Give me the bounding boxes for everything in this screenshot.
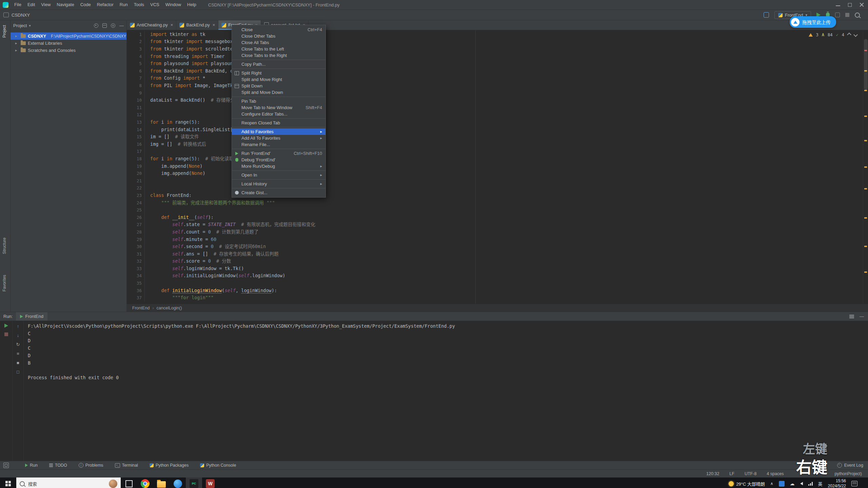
menu-item-close-all-tabs[interactable]: Close All Tabs	[232, 39, 326, 46]
scroll-to-end-icon[interactable]: ≡	[17, 351, 19, 356]
taskbar-clock[interactable]: 15:56 2024/5/22	[828, 479, 846, 488]
menu-file[interactable]: File	[11, 0, 24, 9]
avatar[interactable]	[109, 480, 117, 488]
update-project-icon[interactable]	[764, 12, 769, 18]
taskbar-app-wps[interactable]: W	[202, 477, 218, 488]
menu-item-close[interactable]: CloseCtrl+F4	[232, 26, 326, 33]
menu-item-rename-file[interactable]: Rename File...	[232, 141, 326, 148]
cloud-icon[interactable]: ☁	[790, 481, 795, 486]
menu-item-close-tabs-to-the-right[interactable]: Close Tabs to the Right	[232, 52, 326, 59]
breadcrumb-method[interactable]: cancelLogin()	[157, 306, 182, 310]
menu-item-create-gist[interactable]: Create Gist...	[232, 189, 326, 196]
menu-edit[interactable]: Edit	[24, 0, 38, 9]
tree-item-external-libraries[interactable]: ▸External Libraries	[11, 40, 126, 47]
hide-panel-icon[interactable]: —	[119, 23, 124, 28]
collapse-all-icon[interactable]	[102, 23, 107, 28]
menu-item-reopen-closed-tab[interactable]: Reopen Closed Tab	[232, 120, 326, 126]
menu-code[interactable]: Code	[77, 0, 94, 9]
tool-window-button-problems[interactable]: !Problems	[79, 463, 103, 468]
event-log-button[interactable]: Event Log	[837, 463, 863, 468]
down-stacktrace-icon[interactable]: ↓	[17, 333, 19, 338]
tray-app-icon[interactable]	[779, 481, 785, 487]
soft-wrap-icon[interactable]: ↻	[16, 342, 20, 347]
up-stacktrace-icon[interactable]: ↑	[17, 324, 19, 329]
status-segment-pythonproject[interactable]: pythonProject)	[834, 471, 862, 476]
tree-item-scratches-and-consoles[interactable]: ▸Scratches and Consoles	[11, 47, 126, 54]
menu-item-run-frontend[interactable]: Run 'FrontEnd'Ctrl+Shift+F10	[232, 150, 326, 157]
task-view-button[interactable]	[121, 477, 137, 488]
tool-window-button-run[interactable]: Run	[25, 463, 38, 468]
menu-item-move-tab-to-new-window[interactable]: Move Tab to New WindowShift+F4	[232, 104, 326, 111]
menu-item-close-tabs-to-the-left[interactable]: Close Tabs to the Left	[232, 46, 326, 52]
notification-center-icon[interactable]	[851, 481, 857, 486]
inspections-widget[interactable]: 3 A 84 ✓ 4	[807, 32, 859, 38]
gear-icon[interactable]	[111, 23, 115, 28]
menu-item-add-to-favorites[interactable]: Add to Favorites▸	[232, 128, 326, 135]
settings-icon[interactable]	[849, 315, 854, 318]
rerun-icon[interactable]	[4, 324, 8, 328]
status-segment-lf[interactable]: LF	[729, 471, 734, 476]
close-icon[interactable]: ×	[213, 22, 215, 27]
stop-button[interactable]	[845, 13, 849, 17]
menu-item-open-in[interactable]: Open In▸	[232, 172, 326, 178]
menu-item-split-right[interactable]: Split Right	[232, 70, 326, 76]
menu-item-split-and-move-down[interactable]: Split and Move Down	[232, 89, 326, 96]
breadcrumb-class[interactable]: FrontEnd	[132, 306, 150, 310]
menu-item-pin-tab[interactable]: Pin Tab	[232, 98, 326, 104]
menu-item-debug-frontend[interactable]: Debug 'FrontEnd'	[232, 157, 326, 163]
menu-item-local-history[interactable]: Local History▸	[232, 181, 326, 187]
next-issue-icon[interactable]	[853, 33, 858, 37]
tool-window-button-python-console[interactable]: Python Console	[200, 463, 236, 468]
tool-window-button-terminal[interactable]: >_Terminal	[115, 463, 138, 468]
previous-issue-icon[interactable]	[847, 33, 851, 37]
tool-window-switcher-icon[interactable]	[3, 463, 9, 468]
console-output[interactable]: F:\AllProject\Vscode\Python\pythonProjec…	[24, 321, 868, 461]
tree-item-csdnxy[interactable]: ▸CSDNXYF:\AllProject\Pycharm\CSDNXY\CSDN…	[11, 33, 126, 40]
menu-refactor[interactable]: Refactor	[94, 0, 117, 9]
tool-window-button-todo[interactable]: TODO	[49, 463, 67, 468]
network-icon[interactable]	[808, 482, 813, 486]
locate-file-icon[interactable]	[94, 23, 98, 28]
taskbar-app-chrome[interactable]	[137, 477, 153, 488]
start-button[interactable]	[0, 477, 16, 488]
menu-item-split-and-move-right[interactable]: Split and Move Right	[232, 76, 326, 83]
tool-tab-structure[interactable]: Structure	[2, 238, 7, 254]
project-panel-title[interactable]: Project	[13, 23, 27, 28]
close-icon[interactable]: ×	[171, 22, 173, 27]
status-segment-4-spaces[interactable]: 4 spaces	[767, 471, 784, 476]
taskbar-app-explorer[interactable]	[153, 477, 170, 488]
upload-badge[interactable]: 拖拽至此上传	[790, 16, 836, 28]
coverage-button[interactable]	[835, 13, 840, 17]
status-segment-utf-8[interactable]: UTF-8	[745, 471, 756, 476]
weather-widget[interactable]: 29°C 大部晴朗	[729, 481, 765, 487]
tray-expand-icon[interactable]: ∧	[770, 481, 773, 486]
menu-run[interactable]: Run	[117, 0, 131, 9]
chevron-down-icon[interactable]: ▾	[29, 24, 31, 27]
menu-navigate[interactable]: Navigate	[54, 0, 77, 9]
volume-icon[interactable]	[800, 482, 803, 485]
menu-item-add-all-to-favorites[interactable]: Add All To Favorites▸	[232, 135, 326, 141]
menu-item-configure-editor-tabs[interactable]: Configure Editor Tabs...	[232, 111, 326, 117]
ime-indicator[interactable]: 英	[818, 481, 823, 487]
maximize-icon[interactable]	[848, 3, 852, 7]
tool-tab-project[interactable]: Project	[2, 25, 7, 38]
tool-window-button-python-packages[interactable]: Python Packages	[150, 463, 189, 468]
menu-tools[interactable]: Tools	[131, 0, 147, 9]
nav-breadcrumb[interactable]: CSDNXY	[12, 13, 30, 18]
taskbar-app-pycharm[interactable]: PC	[186, 477, 202, 488]
taskbar-app-blue[interactable]	[170, 477, 186, 488]
search-everywhere-icon[interactable]	[855, 13, 860, 18]
menu-view[interactable]: View	[38, 0, 54, 9]
print-icon[interactable]: ■	[17, 360, 19, 365]
hide-tool-window-icon[interactable]: —	[860, 314, 864, 319]
run-tab-frontend[interactable]: FrontEnd	[16, 312, 47, 321]
menu-item-close-other-tabs[interactable]: Close Other Tabs	[232, 33, 326, 39]
status-segment-120-32[interactable]: 120:32	[706, 471, 719, 476]
tool-tab-favorites[interactable]: Favorites	[2, 275, 7, 291]
menu-item-copy-path[interactable]: Copy Path...	[232, 61, 326, 67]
menu-vcs[interactable]: VCS	[147, 0, 162, 9]
minimize-icon[interactable]	[836, 3, 840, 7]
menu-help[interactable]: Help	[184, 0, 199, 9]
editor-scrollbar[interactable]	[864, 39, 868, 90]
close-window-icon[interactable]	[860, 3, 864, 7]
